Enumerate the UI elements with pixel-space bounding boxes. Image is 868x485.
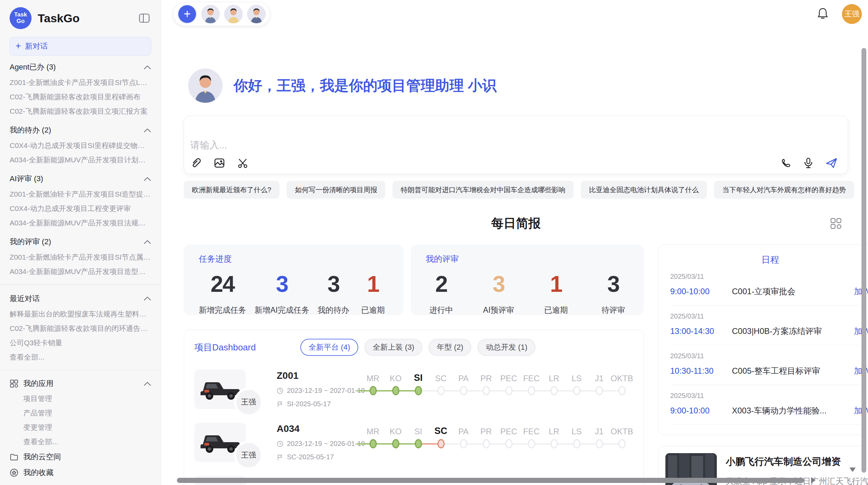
milestone-label: PEC [500, 370, 517, 383]
sidebar-link-我的云空间[interactable]: 我的云空间 [10, 449, 151, 465]
stat-value: 24 [210, 273, 234, 295]
scissors-icon[interactable] [237, 157, 249, 169]
image-icon[interactable] [214, 157, 225, 169]
attach-icon[interactable] [190, 157, 202, 169]
schedule-time: 9:00-10:00 [670, 287, 732, 296]
panel-collapse-icon[interactable] [137, 12, 151, 24]
avatar[interactable] [247, 5, 266, 23]
main: 你好，王强，我是你的项目管理助理 小识 请输入... [161, 69, 868, 485]
user-avatar[interactable]: 王强 [842, 4, 862, 24]
milestone-dot[interactable] [483, 386, 490, 395]
milestone-label: PA [458, 370, 469, 383]
dashboard-tab[interactable]: 年型 (2) [429, 339, 471, 356]
apps-view-all[interactable]: 查看全部... [10, 435, 151, 449]
recent-item[interactable]: C02-飞腾新能源轻客改款项目的闭环通告反馈情况 [10, 321, 151, 336]
milestone-dot[interactable] [551, 439, 558, 448]
my-apps: 我的应用项目管理产品管理变更管理查看全部... [10, 376, 151, 449]
milestone-dot[interactable] [505, 439, 513, 448]
milestone-dot[interactable] [573, 386, 580, 395]
milestone-dot[interactable] [596, 386, 603, 395]
milestone-dot[interactable] [618, 439, 626, 448]
milestone-label: PEC [500, 423, 517, 436]
assistant-avatar [188, 69, 222, 103]
sidebar-link-label: 我的收藏 [23, 468, 151, 478]
dashboard-tab[interactable]: 全新平台 (4) [300, 339, 358, 356]
sidebar-item[interactable]: C02-飞腾新能源轻客改款项目里程碑画布 [10, 90, 151, 104]
suggestion-chip[interactable]: 比亚迪全固态电池计划具体说了什么 [581, 181, 707, 199]
chevron-up-icon [144, 177, 151, 181]
milestone-step: OKTB [611, 370, 633, 395]
grid-layout-icon[interactable] [830, 217, 842, 231]
view-all-schedule-link[interactable]: 查看所有日程 [670, 425, 868, 435]
sidebar-item[interactable]: Z001-全新燃油皮卡产品开发项目SI节点Lesson Learn报告 [10, 75, 151, 90]
sidebar-section-header[interactable]: AI评审 (3) [10, 171, 151, 187]
recent-view-all[interactable]: 查看全部... [10, 350, 151, 364]
avatar[interactable] [201, 5, 220, 23]
suggestion-chip[interactable]: 欧洲新规最近颁布了什么? [184, 181, 279, 199]
milestone-dot[interactable] [392, 439, 399, 448]
sidebar-links: 我的云空间我的收藏 [10, 449, 151, 481]
sidebar-item[interactable]: A034-全新新能源MUV产品开发项目造型可行性评审 [10, 264, 151, 279]
recent-item[interactable]: 解释最新出台的欧盟报废车法规再生塑料比例被调至15%... [10, 307, 151, 321]
milestone-dot[interactable] [370, 386, 377, 395]
milestone-dot[interactable] [392, 386, 399, 395]
sidebar-item[interactable]: Z001-全新燃油轻卡产品开发项目SI造型提交物评审 [10, 187, 151, 201]
suggestion-chip[interactable]: 当下年轻人对汽车外观有怎样的喜好趋势 [714, 181, 854, 199]
dashboard-tab[interactable]: 全新上装 (3) [364, 339, 422, 356]
recent-header[interactable]: 最近对话 [10, 290, 151, 307]
project-info: A0342023-12-19 ~ 2026-01-19SC-2025-05-17 [277, 423, 358, 461]
sidebar-item[interactable]: C02-飞腾新能源轻客改款项目立项汇报方案 [10, 104, 151, 119]
milestone-dot[interactable] [596, 439, 603, 448]
milestone-dot[interactable] [618, 386, 626, 395]
milestone-dot[interactable] [370, 439, 377, 448]
milestone-label: MR [366, 370, 379, 383]
milestone-dot[interactable] [573, 439, 580, 448]
milestone-dot[interactable] [551, 386, 558, 395]
recent-item[interactable]: 公司Q3轻卡销量 [10, 336, 151, 350]
milestone-dot[interactable] [505, 386, 513, 395]
bell-icon[interactable] [817, 7, 829, 21]
sidebar-item[interactable]: C0X4-动力总成开发项目工程变更评审 [10, 201, 151, 216]
sidebar-item[interactable]: A034-全新新能源MUV产品开发项目计划变更表编写 [10, 153, 151, 167]
milestone-dot[interactable] [437, 386, 445, 395]
horizontal-scrollbar[interactable] [177, 478, 804, 483]
scroll-right-arrow-icon[interactable] [811, 477, 816, 483]
sidebar-item[interactable]: Z001-全新燃油轻卡产品开发项目SI节点属性5D文件评审 [10, 250, 151, 264]
milestone-dot[interactable] [415, 439, 422, 448]
milestone-dot[interactable] [415, 386, 422, 395]
app-item[interactable]: 变更管理 [10, 420, 151, 435]
sidebar-link-我的收藏[interactable]: 我的收藏 [10, 465, 151, 481]
sidebar-section-header[interactable]: 我的评审 (2) [10, 234, 151, 250]
dashboard-tab[interactable]: 动总开发 (1) [478, 339, 535, 356]
suggestion-chip[interactable]: 如何写一份清晰的项目周报 [287, 181, 385, 199]
add-member-button[interactable]: + [178, 4, 197, 24]
greeting-text: 你好，王强，我是你的项目管理助理 小识 [233, 76, 497, 95]
recent-label: 最近对话 [10, 294, 40, 304]
avatar[interactable] [224, 5, 243, 23]
milestone-dot[interactable] [460, 386, 467, 395]
app-item[interactable]: 产品管理 [10, 406, 151, 420]
phone-icon[interactable] [780, 157, 792, 169]
folder-icon [10, 452, 19, 461]
milestone-dot[interactable] [528, 386, 535, 395]
sidebar-item[interactable]: C0X4-动力总成开发项目SI里程碑提交物检查 [10, 138, 151, 153]
new-chat-button[interactable]: + 新对话 [10, 37, 151, 55]
sidebar-section-header[interactable]: Agent已办 (3) [10, 59, 151, 75]
vertical-scrollbar[interactable] [861, 48, 866, 473]
chat-input[interactable]: 请输入... [184, 116, 848, 174]
milestone-dot[interactable] [483, 439, 490, 448]
milestone-dot[interactable] [528, 439, 535, 448]
mic-icon[interactable] [803, 157, 814, 169]
scroll-down-arrow-icon[interactable] [849, 468, 856, 472]
milestone-dot[interactable] [437, 439, 445, 448]
project-flag: SC-2025-05-17 [277, 453, 358, 461]
sidebar-section-label: 我的评审 (2) [10, 237, 51, 247]
app-item[interactable]: 项目管理 [10, 391, 151, 406]
sidebar-section-header[interactable]: 我的待办 (2) [10, 122, 151, 138]
my-apps-header[interactable]: 我的应用 [10, 376, 151, 391]
milestone-dot[interactable] [460, 439, 467, 448]
sidebar-item[interactable]: A034-全新新能源MUV产品开发项目法规符合性评审 [10, 216, 151, 230]
suggestion-chip[interactable]: 特朗普可能对进口汽车增税会对中国车企造成哪些影响 [393, 181, 574, 199]
send-icon[interactable] [825, 157, 838, 169]
project-row: 王强Z0012023-12-19 ~ 2027-01-19SI-2025-05-… [194, 370, 633, 409]
